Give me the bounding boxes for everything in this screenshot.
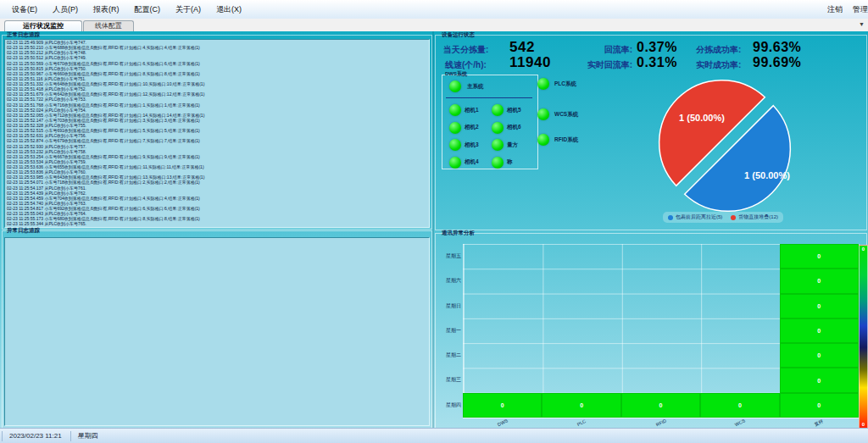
- dws-device: 相机4: [449, 154, 492, 172]
- device-status-groupbox: 当天分拣量: 542 线速(个/h): 11940 回流率: 0.37% 实时回…: [435, 35, 867, 230]
- dws-device-grid: 相机1相机5相机2相机6相机3量方相机4称: [449, 102, 534, 171]
- menu-item[interactable]: 配置(C): [131, 3, 164, 17]
- heatmap-row-label: 星期三: [437, 368, 461, 392]
- heatmap-cell: 0: [780, 269, 859, 293]
- heatmap-cell: 0: [700, 393, 779, 418]
- dws-device: 称: [492, 154, 534, 172]
- menu-item[interactable]: 关于(A): [172, 3, 204, 17]
- comm-anomaly-groupbox: 星期五星期六星期日星期一星期二星期三星期四00000000000DWSPLCRF…: [435, 233, 867, 429]
- status-led-green-icon: [492, 104, 504, 116]
- status-led-green-icon: [537, 108, 549, 120]
- dws-main-system: 主系统: [449, 80, 484, 92]
- legend-label: 货物直接堆叠(12): [738, 213, 778, 221]
- status-led-green-icon: [492, 157, 504, 169]
- heatmap-row-label: 星期四: [437, 393, 461, 418]
- panel-divider: [432, 31, 434, 428]
- anomaly-pie-chart: 1 (50.00%) 1 (50.00%): [654, 74, 806, 222]
- status-led-green-icon: [449, 157, 461, 169]
- legend-dot-icon: [731, 215, 736, 220]
- heatmap-row-label: 星期二: [437, 343, 461, 368]
- heatmap-row-label: 星期一: [437, 318, 461, 343]
- pie-slice-label: 1 (50.00%): [679, 113, 725, 123]
- tab-line-config[interactable]: 线体配置: [83, 20, 134, 31]
- stat-label: 实时回流率:: [561, 59, 632, 71]
- system-indicator: PLC系统: [537, 78, 576, 90]
- tab-strip: 运行状况监控 线体配置 ▼: [0, 19, 868, 32]
- heatmap-cells: 星期五星期六星期日星期一星期二星期三星期四00000000000DWSPLCRF…: [436, 234, 866, 428]
- colorbar-min-label: 0: [860, 422, 867, 427]
- system-indicator: WCS系统: [537, 108, 578, 120]
- heatmap-colorbar: 0 0: [859, 245, 868, 429]
- heatmap-row-label: 星期五: [437, 244, 461, 269]
- status-led-green-icon: [449, 80, 461, 92]
- menu-item[interactable]: 设备(E): [8, 3, 41, 17]
- stat-value: 11940: [509, 54, 551, 71]
- system-label: WCS系统: [554, 111, 578, 119]
- dws-device-label: 相机6: [507, 124, 521, 131]
- dws-device: 量方: [492, 136, 534, 154]
- legend-label: 包裹前后距离拉近(5): [676, 213, 722, 221]
- dws-system-box: 主系统 相机1相机5相机2相机6相机3量方相机4称: [442, 75, 538, 169]
- heatmap-cell: 0: [621, 393, 700, 418]
- pie-legend-item[interactable]: 货物直接堆叠(12): [731, 213, 778, 221]
- logout-button[interactable]: 注销: [827, 4, 843, 15]
- colorbar-max-label: 0: [860, 246, 867, 252]
- abnormal-log-textarea[interactable]: [4, 237, 430, 426]
- main-area: 正常日志追踪 02-23 11:25:49.909 从PLC收到小车号747.0…: [0, 31, 868, 428]
- dws-device: 相机5: [492, 102, 534, 119]
- menu-items: 设备(E)人员(P)报表(R)配置(C)关于(A)退出(X): [0, 3, 245, 17]
- pie-legend-item[interactable]: 包裹前后距离拉近(5): [668, 213, 722, 221]
- chevron-down-icon[interactable]: ▼: [859, 21, 865, 27]
- dws-device: 相机1: [449, 102, 492, 119]
- app-window: 设备(E)人员(P)报表(R)配置(C)关于(A)退出(X) 注销 管理 运行状…: [0, 0, 868, 443]
- dws-main-label: 主系统: [467, 83, 484, 91]
- device-status-title: 设备运行状态: [442, 31, 475, 39]
- legend-dot-icon: [668, 215, 673, 220]
- heatmap-row-label: 星期六: [437, 269, 461, 293]
- dws-device-label: 称: [507, 158, 513, 166]
- menu-item[interactable]: 退出(X): [213, 3, 245, 17]
- status-weekday: 星期四: [70, 431, 105, 441]
- admin-menu[interactable]: 管理: [853, 4, 868, 15]
- status-led-green-icon: [537, 134, 549, 146]
- stat-value: 542: [509, 39, 535, 56]
- dws-device-label: 相机5: [507, 107, 521, 114]
- dws-device-label: 相机3: [465, 141, 479, 149]
- pie-legend: 包裹前后距离拉近(5)货物直接堆叠(12): [663, 212, 783, 223]
- menu-bar: 设备(E)人员(P)报表(R)配置(C)关于(A)退出(X) 注销 管理: [0, 0, 868, 19]
- status-led-green-icon: [449, 104, 461, 116]
- stat-label: 线速(个/h):: [445, 59, 487, 71]
- system-label: RFID系统: [554, 136, 578, 144]
- heatmap-cell: 0: [780, 368, 859, 392]
- menu-item[interactable]: 报表(R): [90, 3, 123, 17]
- menu-item[interactable]: 人员(P): [49, 3, 81, 17]
- status-led-green-icon: [449, 122, 461, 134]
- heatmap-cell: 0: [780, 343, 859, 368]
- status-led-green-icon: [492, 122, 504, 134]
- dws-device-label: 相机1: [465, 107, 479, 114]
- heatmap-row-label: 星期日: [437, 294, 461, 318]
- tab-run-status-monitor[interactable]: 运行状况监控: [4, 20, 82, 31]
- heatmap-cell: 0: [542, 393, 620, 418]
- dws-device-label: 相机2: [465, 124, 479, 131]
- heatmap-cell: 0: [780, 318, 859, 343]
- system-indicator: RFID系统: [537, 134, 578, 146]
- stat-label: 回流率:: [569, 44, 632, 56]
- dws-box-title: DWS系统: [445, 70, 467, 78]
- stat-label: 当天分拣量:: [443, 44, 488, 56]
- status-bar: 2023/02/23 11:21 星期四: [0, 428, 868, 443]
- normal-log-textarea[interactable]: 02-23 11:25:49.909 从PLC收到小车号747.02-23 11…: [4, 39, 430, 228]
- stat-value: 99.63%: [753, 40, 801, 55]
- dws-separator: [446, 97, 532, 98]
- dws-device-label: 量方: [507, 141, 518, 149]
- log-line: 02-23 11:25:55.344 从PLC收到小车号765.: [5, 221, 429, 226]
- comm-anomaly-title: 通讯异常分析: [442, 230, 475, 237]
- abnormal-log-title: 异常日志追踪: [7, 227, 40, 235]
- stat-value: 0.37%: [637, 40, 677, 55]
- dws-device: 相机3: [449, 136, 492, 154]
- heatmap-cell: 0: [780, 393, 859, 418]
- pie-slice-label: 1 (50.00%): [744, 170, 790, 180]
- dws-device: 相机6: [492, 119, 534, 137]
- normal-log-title: 正常日志追踪: [7, 31, 40, 39]
- status-led-green-icon: [492, 139, 504, 151]
